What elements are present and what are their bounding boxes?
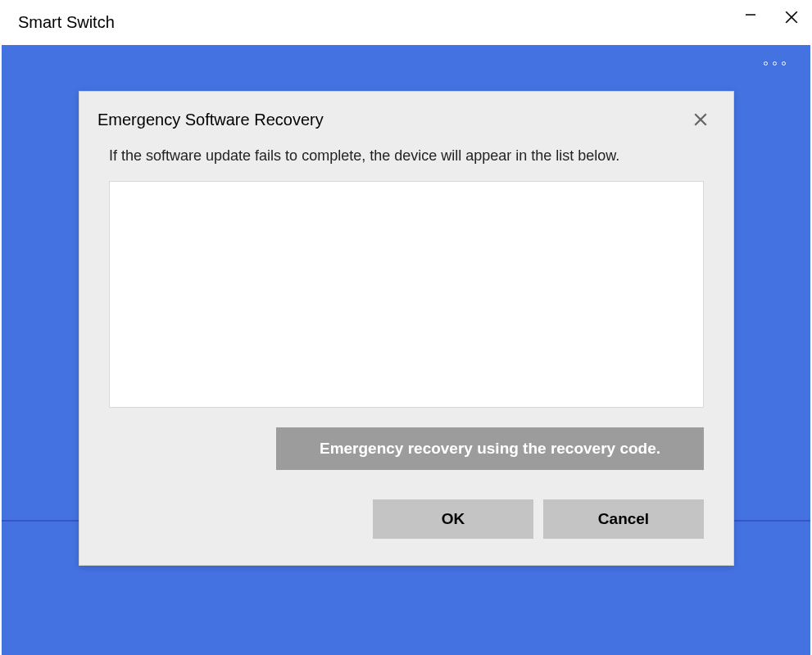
close-icon: [693, 112, 708, 127]
close-window-button[interactable]: [771, 0, 812, 34]
dialog-body: If the software update fails to complete…: [79, 138, 733, 408]
ok-button[interactable]: OK: [373, 499, 533, 539]
main-content-area: Emergency Software Recovery If the softw…: [2, 45, 810, 655]
dialog-header: Emergency Software Recovery: [79, 92, 733, 138]
recovery-dialog: Emergency Software Recovery If the softw…: [79, 91, 734, 566]
recovery-code-button[interactable]: Emergency recovery using the recovery co…: [276, 427, 704, 470]
minimize-icon: [744, 8, 757, 21]
more-icon: [773, 61, 777, 66]
dialog-message: If the software update fails to complete…: [109, 146, 704, 166]
device-list[interactable]: [109, 181, 704, 408]
close-icon: [784, 10, 799, 25]
more-menu-button[interactable]: [764, 61, 786, 66]
window-controls: [730, 0, 812, 45]
dialog-actions: Emergency recovery using the recovery co…: [79, 408, 733, 470]
window-titlebar: Smart Switch: [0, 0, 812, 45]
more-icon: [764, 61, 768, 66]
minimize-button[interactable]: [730, 0, 771, 34]
cancel-button[interactable]: Cancel: [543, 499, 704, 539]
more-icon: [782, 61, 786, 66]
dialog-title: Emergency Software Recovery: [98, 111, 324, 129]
close-dialog-button[interactable]: [691, 110, 710, 129]
dialog-footer: OK Cancel: [79, 470, 733, 539]
window-title: Smart Switch: [18, 13, 115, 32]
